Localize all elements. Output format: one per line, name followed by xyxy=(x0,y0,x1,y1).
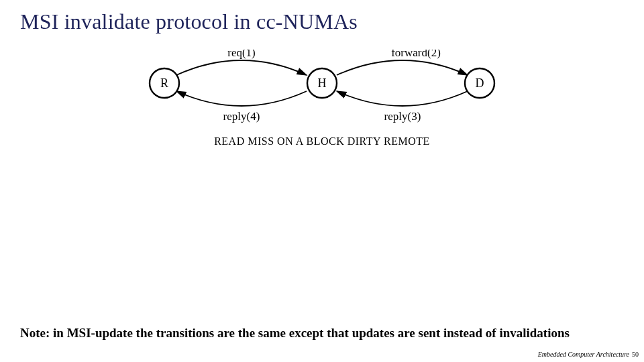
edge-label-req: req(1) xyxy=(227,50,256,59)
node-r-label: R xyxy=(160,76,168,90)
page-title: MSI invalidate protocol in cc-NUMAs xyxy=(20,9,358,34)
edge-forward xyxy=(337,60,468,75)
edge-label-forward: forward(2) xyxy=(391,50,441,59)
edge-req xyxy=(176,60,307,75)
edge-reply4 xyxy=(176,91,307,106)
edge-label-reply4: reply(4) xyxy=(223,110,260,123)
node-d-label: D xyxy=(476,76,484,90)
protocol-diagram: R H D req(1) forward(2) reply(3) reply(4… xyxy=(134,50,510,150)
edge-reply3 xyxy=(337,91,468,106)
slide: MSI invalidate protocol in cc-NUMAs R H … xyxy=(0,0,644,362)
note-text: Note: in MSI-update the transitions are … xyxy=(20,326,624,341)
node-h-label: H xyxy=(318,76,327,90)
diagram-caption: READ MISS ON A BLOCK DIRTY REMOTE xyxy=(214,135,430,147)
footer: Embedded Computer Architecture50 xyxy=(538,351,639,358)
edge-label-reply3: reply(3) xyxy=(384,110,421,123)
footer-course: Embedded Computer Architecture xyxy=(538,351,629,358)
footer-page: 50 xyxy=(632,351,639,358)
